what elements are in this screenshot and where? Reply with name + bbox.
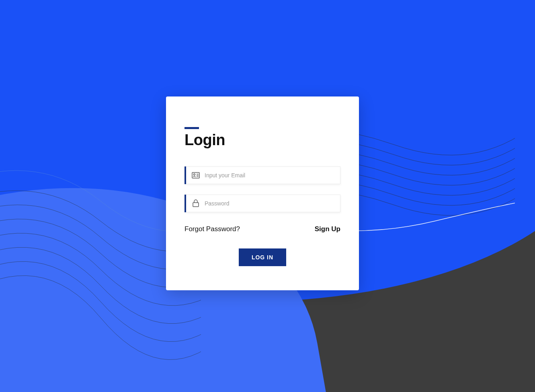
login-title: Login <box>184 131 340 149</box>
links-row: Forgot Password? Sign Up <box>184 225 340 233</box>
email-input-box[interactable] <box>186 166 340 184</box>
signup-link[interactable]: Sign Up <box>315 225 340 233</box>
lock-icon <box>192 199 200 207</box>
forgot-password-link[interactable]: Forgot Password? <box>184 225 240 233</box>
title-accent-bar <box>184 127 199 129</box>
password-input-wrapper <box>184 195 340 212</box>
svg-rect-5 <box>193 203 199 207</box>
password-input[interactable] <box>205 200 334 207</box>
email-input[interactable] <box>205 172 334 179</box>
id-card-icon <box>192 171 200 179</box>
password-input-box[interactable] <box>186 195 340 212</box>
login-button[interactable]: LOG IN <box>239 248 286 266</box>
email-input-wrapper <box>184 166 340 184</box>
svg-point-1 <box>194 174 195 175</box>
login-card: Login <box>166 96 359 290</box>
